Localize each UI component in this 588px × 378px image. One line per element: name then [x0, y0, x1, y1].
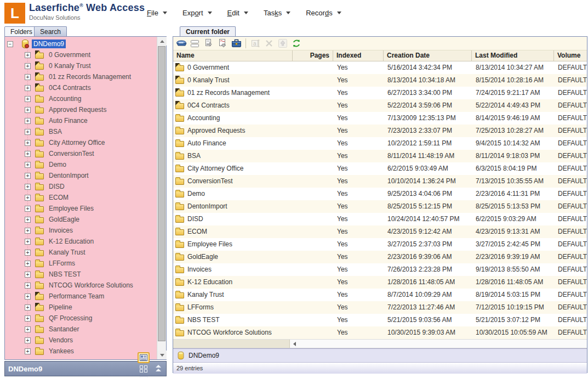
expand-node-icon[interactable]: +	[25, 348, 31, 354]
expand-node-icon[interactable]: +	[25, 294, 31, 300]
scroll-up-icon[interactable]	[157, 37, 167, 46]
thumbnail-view-icon[interactable]	[138, 363, 150, 374]
expand-node-icon[interactable]: +	[25, 283, 31, 289]
table-row[interactable]: NTCOG Workforce SolutionsYes10/30/2015 9…	[173, 326, 587, 339]
tree-item-label[interactable]: City Attorney Office	[47, 138, 107, 147]
entry-name[interactable]: GoldEagle	[187, 251, 218, 263]
tree-item-label[interactable]: Vendors	[47, 336, 75, 345]
expand-node-icon[interactable]: +	[25, 239, 31, 245]
table-row[interactable]: DemoYes9/25/2013 4:04:06 PM2/23/2016 4:1…	[173, 188, 587, 200]
expand-node-icon[interactable]: +	[25, 173, 31, 179]
tree-item-label[interactable]: Performance Team	[47, 292, 106, 301]
expand-node-icon[interactable]: +	[25, 52, 31, 58]
table-row[interactable]: Kanaly TrustYes8/7/2014 10:09:29 AM8/19/…	[173, 289, 587, 301]
tree-item-label[interactable]: NTCOG Workforce Solutions	[47, 281, 135, 290]
breadcrumb-label[interactable]: DNDemo9	[189, 352, 219, 359]
tree-item-label[interactable]: Approved Requests	[47, 105, 108, 114]
tree-item-label[interactable]: ECOM	[47, 193, 70, 202]
entry-name[interactable]: NTCOG Workforce Solutions	[187, 326, 272, 339]
new-folder-icon[interactable]	[190, 38, 201, 49]
expand-node-icon[interactable]: +	[25, 195, 31, 201]
table-row[interactable]: Auto FinanceYes10/2/2012 1:59:11 PM9/4/2…	[173, 137, 587, 150]
tree-item-label[interactable]: GoldEagle	[47, 215, 81, 224]
tree-item-label[interactable]: Yankees	[47, 347, 76, 356]
expand-node-icon[interactable]: +	[25, 63, 31, 69]
expand-node-icon[interactable]: +	[25, 107, 31, 113]
entry-name[interactable]: Demo	[187, 188, 205, 200]
menu-file[interactable]: File	[147, 9, 167, 17]
entry-name[interactable]: 0 Kanaly Trust	[187, 74, 230, 87]
table-row[interactable]: 0 GovernmentYes5/16/2014 3:42:34 PM8/13/…	[173, 61, 587, 74]
entry-name[interactable]: K-12 Education	[187, 276, 232, 289]
tree-item-label[interactable]: Auto Finance	[47, 116, 89, 125]
expand-node-icon[interactable]: +	[25, 228, 31, 234]
table-row[interactable]: City Attorney OfficeYes6/2/2015 9:03:49 …	[173, 162, 587, 175]
tree-item-label[interactable]: DentonImport	[47, 171, 90, 180]
expand-node-icon[interactable]: +	[25, 162, 31, 168]
tree-item-label[interactable]: Pipeline	[47, 303, 74, 312]
import-icon[interactable]	[203, 38, 214, 49]
tree-item-label[interactable]: 0 Government	[47, 50, 92, 59]
menu-export[interactable]: Export	[182, 9, 212, 17]
table-row[interactable]: InvoicesYes7/26/2013 2:23:28 PM9/19/2013…	[173, 263, 587, 276]
scan-icon[interactable]	[176, 38, 187, 49]
tree-item-label[interactable]: 0C4 Contracts	[47, 83, 93, 92]
table-row[interactable]: K-12 EducationYes1/28/2016 11:48:05 AM1/…	[173, 276, 587, 289]
table-row[interactable]: 01 zz Records ManagementYes6/27/2013 3:3…	[173, 87, 587, 99]
column-header-last-modified[interactable]: Last Modified	[471, 50, 553, 61]
expand-node-icon[interactable]: +	[25, 74, 31, 80]
horizontal-scrollbar[interactable]	[173, 339, 587, 348]
table-row[interactable]: GoldEagleYes2/23/2016 9:39:06 AM2/23/201…	[173, 251, 587, 263]
menu-edit[interactable]: Edit	[227, 9, 248, 17]
expand-node-icon[interactable]: +	[25, 272, 31, 278]
expand-node-icon[interactable]: +	[25, 250, 31, 256]
tree-item-label[interactable]: DISD	[47, 182, 66, 191]
tree-item-label[interactable]: 01 zz Records Management	[47, 72, 133, 81]
table-row[interactable]: BSAYes8/11/2014 11:48:19 AM8/11/2014 9:1…	[173, 150, 587, 162]
detail-view-icon[interactable]	[138, 374, 150, 378]
table-row[interactable]: DentonImportYes8/25/2015 5:12:15 PM8/25/…	[173, 200, 587, 213]
collapse-panel-icon[interactable]	[154, 364, 163, 373]
table-row[interactable]: Employee FilesYes3/27/2015 2:37:03 PM3/2…	[173, 238, 587, 251]
expand-node-icon[interactable]: +	[25, 140, 31, 146]
entry-name[interactable]: Invoices	[187, 263, 212, 276]
expand-node-icon[interactable]: +	[25, 217, 31, 223]
tab-folders[interactable]: Folders	[4, 26, 38, 37]
entry-name[interactable]: Employee Files	[187, 238, 232, 251]
entry-name[interactable]: NBS TEST	[187, 314, 219, 326]
table-row[interactable]: NBS TESTYes5/21/2015 9:03:56 AM5/21/2015…	[173, 314, 587, 326]
expand-node-icon[interactable]: +	[25, 151, 31, 157]
expand-node-icon[interactable]: +	[25, 315, 31, 321]
expand-node-icon[interactable]: +	[25, 184, 31, 190]
tree-item-label[interactable]: K-12 Education	[47, 237, 95, 246]
expand-node-icon[interactable]: +	[25, 96, 31, 102]
expand-node-icon[interactable]: +	[25, 206, 31, 212]
expand-node-icon[interactable]: +	[25, 129, 31, 135]
tree-item-label[interactable]: Santander	[47, 325, 81, 334]
menu-records[interactable]: Records	[306, 9, 341, 17]
table-row[interactable]: LFFormsYes7/22/2013 11:27:46 AM7/12/2015…	[173, 301, 587, 314]
expand-node-icon[interactable]: +	[25, 337, 31, 343]
tree-scrollbar-thumb[interactable]	[158, 46, 165, 341]
tree-item-label[interactable]: BSA	[47, 127, 64, 136]
expand-node-icon[interactable]: +	[25, 304, 31, 311]
horizontal-scrollbar-thumb[interactable]	[173, 340, 290, 348]
column-header-pages[interactable]: Pages	[292, 50, 333, 61]
entry-name[interactable]: 01 zz Records Management	[187, 87, 270, 99]
expand-node-icon[interactable]: +	[25, 118, 31, 124]
expand-node-icon[interactable]: +	[25, 85, 31, 91]
tree-item-label[interactable]: DNDemo9	[32, 40, 66, 48]
tree-item-label[interactable]: 0 Kanaly Trust	[47, 61, 93, 70]
column-header-creation-date[interactable]: Creation Date	[383, 50, 471, 61]
menu-tasks[interactable]: Tasks	[264, 9, 290, 17]
table-row[interactable]: DISDYes10/24/2014 12:40:57 PM6/2/2015 9:…	[173, 213, 587, 225]
tree-item-label[interactable]: Invoices	[47, 226, 75, 235]
refresh-icon[interactable]	[291, 38, 302, 49]
entry-name[interactable]: Auto Finance	[187, 137, 226, 150]
entry-name[interactable]: Kanaly Trust	[187, 289, 224, 301]
tree-item-label[interactable]: Accounting	[47, 94, 83, 103]
tab-current-folder[interactable]: Current folder	[180, 26, 236, 37]
entry-name[interactable]: Approved Requests	[187, 125, 245, 137]
tree-item-label[interactable]: ConversionTest	[47, 149, 96, 158]
scroll-down-icon[interactable]	[157, 351, 167, 359]
